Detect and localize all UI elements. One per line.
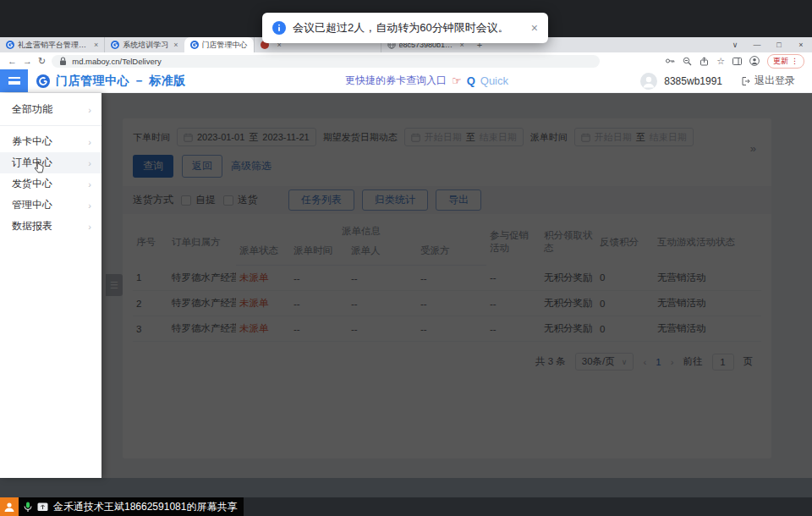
back-button[interactable]: 返回	[182, 155, 222, 178]
start-date-placeholder: 开始日期	[425, 131, 462, 144]
prev-page-button[interactable]: ‹	[643, 357, 646, 367]
screen-share-icon[interactable]	[37, 502, 48, 512]
hamburger-icon	[8, 77, 20, 85]
window-controls: ∨ — □ ×	[724, 37, 812, 52]
handle-icon: ☰	[110, 280, 118, 291]
range-separator: 至	[636, 131, 645, 144]
pickup-checkbox[interactable]	[181, 195, 191, 206]
screen: 礼盒营销平台管理中心 × 系统培训学习 × 门店管理中心 × e8c573980…	[0, 0, 812, 516]
next-page-button[interactable]: ›	[671, 357, 674, 367]
order-query-panel: » 下单时间 2023-01-01 至 2023-11-21 期望发货日期动态 …	[123, 118, 771, 458]
current-page[interactable]: 1	[656, 357, 661, 367]
range-separator: 至	[466, 131, 475, 144]
delivery-method-label: 送货方式	[133, 193, 173, 207]
site-favicon-icon	[190, 41, 199, 49]
window-maximize-button[interactable]: □	[768, 41, 790, 49]
sidebar-item-management-center[interactable]: 管理中心›	[0, 195, 102, 216]
advanced-filter-link[interactable]: 高级筛选	[231, 159, 272, 173]
export-button[interactable]: 导出	[436, 189, 481, 211]
tab-close-icon[interactable]: ×	[173, 41, 178, 49]
toast-close-icon[interactable]: ×	[531, 21, 538, 35]
quick-search-icon[interactable]: Q	[467, 74, 475, 87]
dispatch-time-range-input[interactable]: 开始日期 至 结束日期	[574, 128, 694, 146]
more-menu-icon[interactable]: ⋮	[791, 57, 798, 65]
drawer-handle[interactable]: ☰	[106, 274, 123, 296]
chevron-right-icon: ›	[88, 137, 91, 147]
share-status-text: 金禾通技术王斌18662591081的屏幕共享	[53, 500, 237, 514]
delivery-options-row: 送货方式 自提 送货 任务列表 归类统计 导出	[123, 186, 771, 214]
table-row[interactable]: 2 特罗德水产经营部 未派单 -- -- -- -- 无积分奖励 0 无营销活动	[133, 291, 761, 316]
hamburger-menu-button[interactable]	[0, 69, 28, 92]
table-row[interactable]: 3 特罗德水产经营部 未派单 -- -- -- -- 无积分奖励 0 无营销活动	[133, 316, 761, 342]
side-panel-icon[interactable]	[732, 57, 742, 66]
search-button[interactable]: 查询	[133, 155, 173, 178]
microphone-icon[interactable]	[24, 502, 32, 513]
end-date-placeholder: 结束日期	[650, 131, 687, 144]
order-time-range-input[interactable]: 2023-01-01 至 2023-11-21	[177, 128, 316, 146]
sharer-avatar-icon	[0, 497, 19, 516]
sidebar-item-coupon-center[interactable]: 券卡中心›	[0, 131, 102, 152]
address-bar-icons: ☆ 更新 ⋮	[665, 54, 804, 69]
orders-table: 序号 订单归属方 派单信息 参与促销活动 积分领取状态 反馈积分 互动游戏活动状…	[133, 219, 761, 342]
brand: 门店管理中心 － 标准版	[36, 74, 186, 89]
page-unit-label: 页	[743, 355, 754, 368]
meeting-toast: 会议已超过2人，自动转为60分钟限时会议。 ×	[262, 13, 548, 43]
tab-store-center-active[interactable]: 门店管理中心	[184, 37, 254, 52]
chrome-update-button[interactable]: 更新 ⋮	[767, 54, 804, 69]
profile-avatar-icon[interactable]	[749, 56, 760, 66]
user-area: 8385wb1991 退出登录	[640, 69, 795, 92]
promo-text: 更快捷的券卡查询入口	[345, 74, 447, 88]
logout-button[interactable]: 退出登录	[741, 74, 795, 88]
sidebar-item-data-reports[interactable]: 数据报表›	[0, 216, 102, 237]
url-input[interactable]: md.maboy.cn/TelDelivery	[52, 55, 600, 68]
sidebar-menu: 全部功能› 券卡中心› 订单中心› 发货中心› 管理中心› 数据报表›	[0, 93, 102, 478]
total-count: 共 3 条	[535, 355, 566, 368]
per-page-select[interactable]: 30条/页 ∨	[575, 353, 634, 371]
window-close-button[interactable]: ×	[790, 41, 812, 49]
back-icon[interactable]: ←	[8, 57, 17, 66]
delivery-option[interactable]: 送货	[223, 193, 258, 207]
calendar-icon	[411, 133, 420, 142]
info-icon	[272, 21, 286, 35]
forward-icon[interactable]: →	[23, 57, 32, 66]
delivery-checkbox[interactable]	[223, 195, 233, 206]
pickup-option[interactable]: 自提	[181, 193, 216, 207]
status-badge: 未派单	[236, 316, 290, 342]
col-header-dispatch-status: 派单状态	[236, 241, 290, 266]
window-minimize-button[interactable]: —	[746, 41, 768, 49]
zoom-icon[interactable]	[683, 57, 692, 66]
site-favicon-icon	[6, 41, 14, 49]
chevron-down-icon: ∨	[622, 358, 628, 366]
chevron-right-icon: ›	[88, 222, 91, 232]
tab-training[interactable]: 系统培训学习 ×	[104, 37, 184, 52]
bookmark-star-icon[interactable]: ☆	[716, 57, 725, 66]
order-time-label: 下单时间	[133, 131, 170, 144]
tab-search-icon[interactable]: ∨	[724, 41, 746, 49]
password-key-icon[interactable]	[665, 56, 675, 66]
sidebar-item-all-functions[interactable]: 全部功能›	[0, 99, 102, 120]
browser-address-bar: ← → ↻ md.maboy.cn/TelDelivery ☆ 更新 ⋮	[0, 52, 812, 69]
start-date-placeholder: 开始日期	[595, 131, 632, 144]
tab-title: 礼盒营销平台管理中心	[18, 40, 89, 51]
expect-ship-range-input[interactable]: 开始日期 至 结束日期	[404, 128, 524, 146]
share-icon[interactable]	[700, 57, 709, 66]
category-stats-button[interactable]: 归类统计	[362, 189, 428, 211]
sidebar-item-shipping-center[interactable]: 发货中心›	[0, 173, 102, 195]
tab-close-icon[interactable]: ×	[94, 41, 98, 49]
chevron-right-icon: ›	[88, 105, 91, 115]
reload-icon[interactable]: ↻	[38, 57, 46, 66]
brand-logo-icon	[36, 74, 50, 88]
tab-gift-platform[interactable]: 礼盒营销平台管理中心 ×	[0, 37, 104, 52]
task-list-button[interactable]: 任务列表	[288, 189, 354, 211]
goto-page-input[interactable]	[712, 354, 734, 371]
window-bottom-strip	[0, 478, 812, 497]
promo-entry[interactable]: 更快捷的券卡查询入口 ☞ Q Quick	[345, 69, 508, 92]
table-row[interactable]: 1 特罗德水产经营部 未派单 -- -- -- -- 无积分奖励 0 无营销活动	[133, 266, 761, 291]
toast-message: 会议已超过2人，自动转为60分钟限时会议。	[293, 20, 509, 36]
app-header: 门店管理中心 － 标准版 更快捷的券卡查询入口 ☞ Q Quick 8385wb…	[0, 69, 812, 93]
avatar[interactable]	[640, 73, 657, 90]
sidebar-item-order-center[interactable]: 订单中心›	[0, 152, 102, 173]
expand-filters-icon[interactable]: »	[750, 142, 756, 155]
tab-title: 门店管理中心	[202, 40, 248, 51]
page-title: 门店管理中心 － 标准版	[56, 74, 186, 89]
